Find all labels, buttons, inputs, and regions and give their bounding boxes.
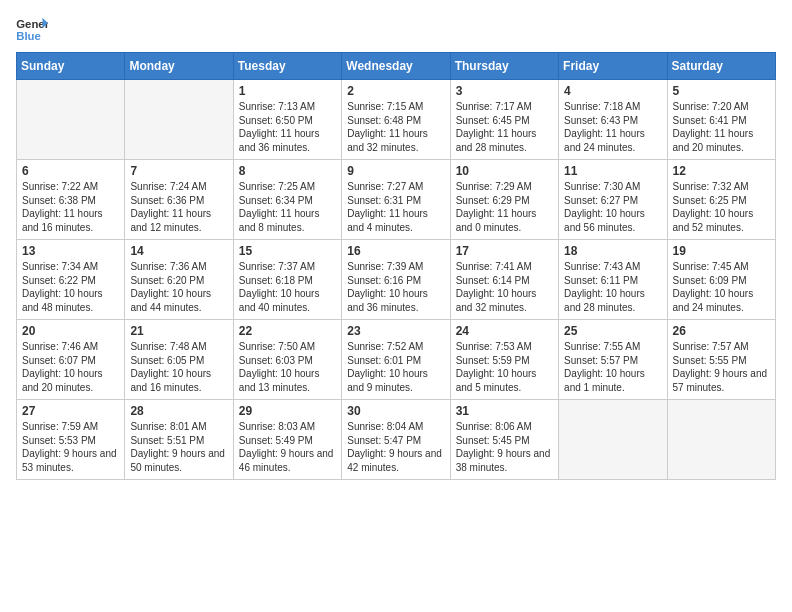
day-number: 29 bbox=[239, 404, 336, 418]
day-info: Sunrise: 7:36 AM Sunset: 6:20 PM Dayligh… bbox=[130, 260, 227, 314]
calendar-cell: 7 Sunrise: 7:24 AM Sunset: 6:36 PM Dayli… bbox=[125, 160, 233, 240]
svg-text:Blue: Blue bbox=[16, 30, 41, 42]
calendar-cell bbox=[667, 400, 775, 480]
day-info: Sunrise: 7:27 AM Sunset: 6:31 PM Dayligh… bbox=[347, 180, 444, 234]
day-info: Sunrise: 7:17 AM Sunset: 6:45 PM Dayligh… bbox=[456, 100, 553, 154]
day-info: Sunrise: 8:03 AM Sunset: 5:49 PM Dayligh… bbox=[239, 420, 336, 474]
col-header-tuesday: Tuesday bbox=[233, 53, 341, 80]
day-number: 21 bbox=[130, 324, 227, 338]
calendar-cell: 19 Sunrise: 7:45 AM Sunset: 6:09 PM Dayl… bbox=[667, 240, 775, 320]
day-info: Sunrise: 7:59 AM Sunset: 5:53 PM Dayligh… bbox=[22, 420, 119, 474]
day-number: 26 bbox=[673, 324, 770, 338]
day-info: Sunrise: 8:06 AM Sunset: 5:45 PM Dayligh… bbox=[456, 420, 553, 474]
col-header-thursday: Thursday bbox=[450, 53, 558, 80]
day-number: 14 bbox=[130, 244, 227, 258]
day-number: 28 bbox=[130, 404, 227, 418]
calendar-cell: 8 Sunrise: 7:25 AM Sunset: 6:34 PM Dayli… bbox=[233, 160, 341, 240]
day-info: Sunrise: 7:22 AM Sunset: 6:38 PM Dayligh… bbox=[22, 180, 119, 234]
day-info: Sunrise: 7:55 AM Sunset: 5:57 PM Dayligh… bbox=[564, 340, 661, 394]
calendar-cell: 16 Sunrise: 7:39 AM Sunset: 6:16 PM Dayl… bbox=[342, 240, 450, 320]
day-info: Sunrise: 7:32 AM Sunset: 6:25 PM Dayligh… bbox=[673, 180, 770, 234]
day-info: Sunrise: 7:48 AM Sunset: 6:05 PM Dayligh… bbox=[130, 340, 227, 394]
day-info: Sunrise: 7:52 AM Sunset: 6:01 PM Dayligh… bbox=[347, 340, 444, 394]
calendar-cell: 1 Sunrise: 7:13 AM Sunset: 6:50 PM Dayli… bbox=[233, 80, 341, 160]
logo: General Blue bbox=[16, 16, 48, 44]
day-info: Sunrise: 8:01 AM Sunset: 5:51 PM Dayligh… bbox=[130, 420, 227, 474]
calendar-cell: 4 Sunrise: 7:18 AM Sunset: 6:43 PM Dayli… bbox=[559, 80, 667, 160]
day-number: 22 bbox=[239, 324, 336, 338]
day-number: 2 bbox=[347, 84, 444, 98]
calendar-cell: 21 Sunrise: 7:48 AM Sunset: 6:05 PM Dayl… bbox=[125, 320, 233, 400]
calendar-cell: 23 Sunrise: 7:52 AM Sunset: 6:01 PM Dayl… bbox=[342, 320, 450, 400]
week-row-4: 20 Sunrise: 7:46 AM Sunset: 6:07 PM Dayl… bbox=[17, 320, 776, 400]
day-number: 19 bbox=[673, 244, 770, 258]
week-row-3: 13 Sunrise: 7:34 AM Sunset: 6:22 PM Dayl… bbox=[17, 240, 776, 320]
day-info: Sunrise: 7:46 AM Sunset: 6:07 PM Dayligh… bbox=[22, 340, 119, 394]
col-header-wednesday: Wednesday bbox=[342, 53, 450, 80]
calendar-cell: 3 Sunrise: 7:17 AM Sunset: 6:45 PM Dayli… bbox=[450, 80, 558, 160]
col-header-saturday: Saturday bbox=[667, 53, 775, 80]
calendar-cell: 28 Sunrise: 8:01 AM Sunset: 5:51 PM Dayl… bbox=[125, 400, 233, 480]
day-number: 25 bbox=[564, 324, 661, 338]
day-info: Sunrise: 7:39 AM Sunset: 6:16 PM Dayligh… bbox=[347, 260, 444, 314]
day-info: Sunrise: 7:30 AM Sunset: 6:27 PM Dayligh… bbox=[564, 180, 661, 234]
day-info: Sunrise: 7:13 AM Sunset: 6:50 PM Dayligh… bbox=[239, 100, 336, 154]
calendar-cell: 17 Sunrise: 7:41 AM Sunset: 6:14 PM Dayl… bbox=[450, 240, 558, 320]
week-row-5: 27 Sunrise: 7:59 AM Sunset: 5:53 PM Dayl… bbox=[17, 400, 776, 480]
header-row: SundayMondayTuesdayWednesdayThursdayFrid… bbox=[17, 53, 776, 80]
day-number: 24 bbox=[456, 324, 553, 338]
calendar-cell: 2 Sunrise: 7:15 AM Sunset: 6:48 PM Dayli… bbox=[342, 80, 450, 160]
day-number: 15 bbox=[239, 244, 336, 258]
day-info: Sunrise: 8:04 AM Sunset: 5:47 PM Dayligh… bbox=[347, 420, 444, 474]
day-info: Sunrise: 7:50 AM Sunset: 6:03 PM Dayligh… bbox=[239, 340, 336, 394]
day-info: Sunrise: 7:43 AM Sunset: 6:11 PM Dayligh… bbox=[564, 260, 661, 314]
calendar-cell: 18 Sunrise: 7:43 AM Sunset: 6:11 PM Dayl… bbox=[559, 240, 667, 320]
day-number: 17 bbox=[456, 244, 553, 258]
day-number: 18 bbox=[564, 244, 661, 258]
day-info: Sunrise: 7:29 AM Sunset: 6:29 PM Dayligh… bbox=[456, 180, 553, 234]
day-number: 10 bbox=[456, 164, 553, 178]
day-info: Sunrise: 7:37 AM Sunset: 6:18 PM Dayligh… bbox=[239, 260, 336, 314]
calendar-cell: 31 Sunrise: 8:06 AM Sunset: 5:45 PM Dayl… bbox=[450, 400, 558, 480]
day-info: Sunrise: 7:18 AM Sunset: 6:43 PM Dayligh… bbox=[564, 100, 661, 154]
day-number: 9 bbox=[347, 164, 444, 178]
day-number: 30 bbox=[347, 404, 444, 418]
day-number: 8 bbox=[239, 164, 336, 178]
calendar-cell bbox=[559, 400, 667, 480]
day-number: 11 bbox=[564, 164, 661, 178]
calendar-cell: 22 Sunrise: 7:50 AM Sunset: 6:03 PM Dayl… bbox=[233, 320, 341, 400]
calendar-table: SundayMondayTuesdayWednesdayThursdayFrid… bbox=[16, 52, 776, 480]
day-info: Sunrise: 7:41 AM Sunset: 6:14 PM Dayligh… bbox=[456, 260, 553, 314]
calendar-cell bbox=[17, 80, 125, 160]
day-info: Sunrise: 7:57 AM Sunset: 5:55 PM Dayligh… bbox=[673, 340, 770, 394]
calendar-cell: 26 Sunrise: 7:57 AM Sunset: 5:55 PM Dayl… bbox=[667, 320, 775, 400]
day-info: Sunrise: 7:53 AM Sunset: 5:59 PM Dayligh… bbox=[456, 340, 553, 394]
day-number: 1 bbox=[239, 84, 336, 98]
day-info: Sunrise: 7:25 AM Sunset: 6:34 PM Dayligh… bbox=[239, 180, 336, 234]
calendar-cell: 30 Sunrise: 8:04 AM Sunset: 5:47 PM Dayl… bbox=[342, 400, 450, 480]
calendar-cell: 20 Sunrise: 7:46 AM Sunset: 6:07 PM Dayl… bbox=[17, 320, 125, 400]
day-number: 20 bbox=[22, 324, 119, 338]
calendar-cell bbox=[125, 80, 233, 160]
day-number: 31 bbox=[456, 404, 553, 418]
day-number: 12 bbox=[673, 164, 770, 178]
calendar-cell: 24 Sunrise: 7:53 AM Sunset: 5:59 PM Dayl… bbox=[450, 320, 558, 400]
calendar-cell: 9 Sunrise: 7:27 AM Sunset: 6:31 PM Dayli… bbox=[342, 160, 450, 240]
week-row-2: 6 Sunrise: 7:22 AM Sunset: 6:38 PM Dayli… bbox=[17, 160, 776, 240]
week-row-1: 1 Sunrise: 7:13 AM Sunset: 6:50 PM Dayli… bbox=[17, 80, 776, 160]
calendar-cell: 29 Sunrise: 8:03 AM Sunset: 5:49 PM Dayl… bbox=[233, 400, 341, 480]
day-info: Sunrise: 7:45 AM Sunset: 6:09 PM Dayligh… bbox=[673, 260, 770, 314]
day-number: 7 bbox=[130, 164, 227, 178]
col-header-friday: Friday bbox=[559, 53, 667, 80]
day-number: 3 bbox=[456, 84, 553, 98]
day-info: Sunrise: 7:15 AM Sunset: 6:48 PM Dayligh… bbox=[347, 100, 444, 154]
day-number: 27 bbox=[22, 404, 119, 418]
day-info: Sunrise: 7:34 AM Sunset: 6:22 PM Dayligh… bbox=[22, 260, 119, 314]
col-header-monday: Monday bbox=[125, 53, 233, 80]
calendar-cell: 27 Sunrise: 7:59 AM Sunset: 5:53 PM Dayl… bbox=[17, 400, 125, 480]
day-number: 5 bbox=[673, 84, 770, 98]
day-number: 13 bbox=[22, 244, 119, 258]
page-header: General Blue bbox=[16, 16, 776, 44]
day-number: 4 bbox=[564, 84, 661, 98]
calendar-cell: 12 Sunrise: 7:32 AM Sunset: 6:25 PM Dayl… bbox=[667, 160, 775, 240]
